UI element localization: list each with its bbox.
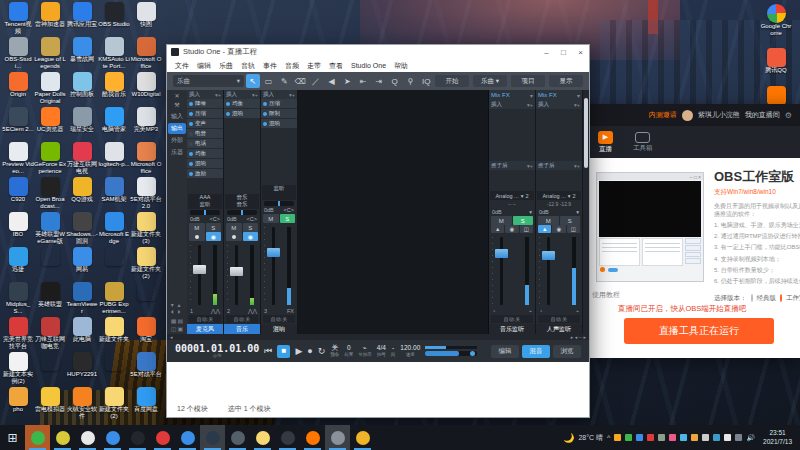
- insert-slot[interactable]: 电话: [187, 139, 223, 149]
- vertical-scrollbar[interactable]: [583, 90, 589, 334]
- desktop-icon[interactable]: League of Legends: [34, 37, 66, 72]
- console-nav-item[interactable]: 外部: [168, 135, 186, 146]
- page-button[interactable]: 开始: [435, 75, 469, 87]
- desktop-icon[interactable]: 瑞星安全: [66, 107, 98, 142]
- desktop-icon[interactable]: 5ECiem 2...: [2, 107, 34, 142]
- tray-icon[interactable]: [680, 434, 687, 441]
- minimize-button[interactable]: –: [538, 48, 555, 57]
- maximize-button[interactable]: □: [555, 48, 572, 57]
- power-icon[interactable]: [189, 132, 193, 136]
- sends-header[interactable]: 推子后▾+: [489, 161, 535, 170]
- page-button[interactable]: 乐曲 ▾: [473, 75, 507, 87]
- automation-mode[interactable]: 自动:关: [189, 315, 221, 323]
- taskbar-app[interactable]: [200, 425, 225, 450]
- taskbar-app[interactable]: [25, 425, 50, 450]
- monitor-button[interactable]: ◉: [206, 232, 222, 241]
- insert-slot[interactable]: 限制: [261, 109, 297, 119]
- desktop-icon[interactable]: 酷我音乐: [98, 72, 130, 107]
- desktop-icon[interactable]: [98, 352, 130, 387]
- desktop-icon[interactable]: 新建文件夹(3): [130, 212, 162, 247]
- preset-dropdown[interactable]: 乐曲 ▾: [173, 75, 244, 87]
- inserts-header[interactable]: 插入 ▾+: [224, 90, 260, 99]
- console-nav-item[interactable]: 乐器: [168, 147, 186, 158]
- tool-button[interactable]: Q: [388, 74, 402, 88]
- sends-header[interactable]: 推子后▾+: [536, 161, 582, 170]
- tool-button[interactable]: ➤: [340, 74, 354, 88]
- fader[interactable]: [538, 235, 580, 307]
- desktop-icon[interactable]: 腾讯QQ: [760, 48, 792, 74]
- radio-studio[interactable]: [780, 294, 782, 302]
- dropdown-plus-icons[interactable]: ▾+: [252, 92, 258, 98]
- desktop-icon[interactable]: Tencent视频: [2, 2, 34, 37]
- desktop-icon[interactable]: [98, 247, 130, 282]
- radio-classic[interactable]: [751, 294, 753, 302]
- dropdown-plus-icons[interactable]: ▾+: [289, 92, 295, 98]
- menu-item[interactable]: 帮助: [394, 61, 408, 71]
- taskbar-app[interactable]: [350, 425, 375, 450]
- insert-slot[interactable]: 压缩: [187, 109, 223, 119]
- beta-invite-link[interactable]: 内测邀请: [649, 110, 677, 120]
- taskbar-app[interactable]: [50, 425, 75, 450]
- tool-button[interactable]: ⇤: [356, 74, 370, 88]
- tab-toolbox[interactable]: 工具箱: [633, 132, 653, 153]
- power-icon[interactable]: [189, 122, 193, 126]
- monitor-button[interactable]: ◉: [243, 232, 259, 241]
- avatar[interactable]: [682, 110, 693, 121]
- view-page-button[interactable]: 浏览: [553, 345, 581, 358]
- menu-item[interactable]: Studio One: [351, 62, 386, 69]
- solo-button[interactable]: S: [206, 223, 222, 232]
- power-icon[interactable]: [189, 102, 193, 106]
- power-icon[interactable]: [189, 172, 193, 176]
- automation-mode[interactable]: 自动:关: [263, 315, 295, 323]
- close-icon[interactable]: ✕: [174, 92, 179, 101]
- desktop-icon[interactable]: Shadows...-圆洞: [66, 212, 98, 247]
- tray-icon[interactable]: [614, 434, 621, 441]
- radio-studio-label[interactable]: 工作室版: [786, 294, 800, 303]
- power-icon[interactable]: [189, 152, 193, 156]
- taskbar-app[interactable]: [150, 425, 175, 450]
- weather-text[interactable]: 28°C 晴: [578, 433, 603, 443]
- precount[interactable]: 0前置: [344, 345, 353, 357]
- position-counter[interactable]: 00001.01.01.00 小节: [175, 344, 259, 359]
- taskbar-app[interactable]: [125, 425, 150, 450]
- tray-icon[interactable]: [658, 434, 665, 441]
- solo-button[interactable]: S: [280, 214, 296, 223]
- wrench-icon[interactable]: ⚒: [174, 101, 179, 110]
- desktop-icon[interactable]: 新建文本实例(2): [2, 352, 34, 387]
- tool-button[interactable]: ⇥: [372, 74, 386, 88]
- pan-slider[interactable]: [264, 201, 294, 206]
- gear-icon[interactable]: ⚙: [785, 111, 792, 120]
- chevron-up-icon[interactable]: ^: [607, 434, 610, 441]
- desktop-icon[interactable]: 新建文件夹: [98, 317, 130, 352]
- view-page-button[interactable]: 混音: [522, 345, 550, 358]
- taskbar-app[interactable]: [250, 425, 275, 450]
- desktop-icon[interactable]: 快图: [130, 2, 162, 37]
- power-icon[interactable]: [189, 162, 193, 166]
- desktop-icon[interactable]: 火绒安全软件: [66, 387, 98, 422]
- mono-icon[interactable]: ◫: [520, 225, 533, 233]
- power-icon[interactable]: [263, 122, 267, 126]
- metronome-toggle[interactable]: 关预备: [330, 345, 339, 357]
- desktop-icon[interactable]: 百度网盘: [130, 387, 162, 422]
- desktop-icon[interactable]: QQ游戏: [66, 177, 98, 212]
- tray-icon[interactable]: [647, 434, 654, 441]
- tool-button[interactable]: ⌫: [293, 74, 307, 88]
- desktop-icon[interactable]: 新建文件夹(2): [98, 387, 130, 422]
- pan-slider[interactable]: [190, 210, 220, 215]
- desktop-icon[interactable]: 淘宝: [130, 317, 162, 352]
- play-button[interactable]: ▶: [295, 347, 302, 356]
- desktop-icon[interactable]: 英雄联盟: [34, 282, 66, 317]
- taskbar-app[interactable]: [175, 425, 200, 450]
- fader[interactable]: [189, 243, 221, 307]
- tutorial-link[interactable]: 使用教程: [592, 290, 620, 300]
- menu-item[interactable]: 音轨: [241, 61, 255, 71]
- desktop-icon[interactable]: Preview Video...: [2, 142, 34, 177]
- tool-button[interactable]: ／: [309, 74, 323, 88]
- insert-slot[interactable]: 混响: [187, 159, 223, 169]
- time-signature[interactable]: 4/4拍号: [377, 345, 386, 357]
- desktop-icon[interactable]: 电脑管家: [98, 107, 130, 142]
- taskbar-app[interactable]: [300, 425, 325, 450]
- power-icon[interactable]: [226, 112, 230, 116]
- output-routing[interactable]: Analog ...▾2: [537, 191, 581, 200]
- inserts-header[interactable]: 插入▾+: [536, 100, 582, 109]
